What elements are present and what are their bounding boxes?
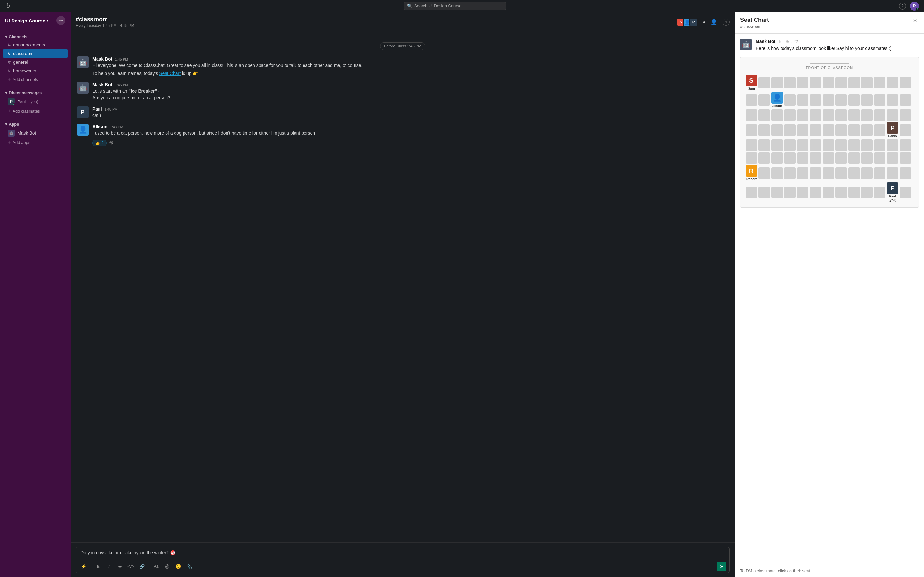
empty-seat[interactable] [848, 187, 860, 198]
empty-seat[interactable] [771, 109, 783, 121]
sidebar-item-homeworks[interactable]: # homeworks [3, 67, 68, 75]
empty-seat[interactable] [784, 167, 796, 179]
empty-seat[interactable] [810, 152, 821, 164]
empty-seat[interactable] [758, 124, 770, 136]
empty-seat[interactable] [900, 109, 911, 121]
empty-seat[interactable] [784, 187, 796, 198]
empty-seat[interactable] [848, 94, 860, 106]
seat-paul-(you)[interactable]: PPaul (you) [887, 182, 898, 202]
sidebar-item-classroom[interactable]: # classroom [3, 49, 68, 58]
empty-seat[interactable] [822, 77, 834, 89]
empty-seat[interactable] [835, 94, 847, 106]
empty-seat[interactable] [887, 167, 898, 179]
emoji-button[interactable]: 🙂 [174, 562, 183, 571]
empty-seat[interactable] [887, 139, 898, 151]
seat-alison[interactable]: 👤Alison [771, 92, 783, 108]
empty-seat[interactable] [758, 139, 770, 151]
empty-seat[interactable] [848, 152, 860, 164]
empty-seat[interactable] [771, 187, 783, 198]
empty-seat[interactable] [746, 94, 757, 106]
empty-seat[interactable] [784, 94, 796, 106]
add-channels-button[interactable]: + Add channels [3, 75, 68, 84]
empty-seat[interactable] [848, 109, 860, 121]
empty-seat[interactable] [784, 109, 796, 121]
empty-seat[interactable] [874, 167, 885, 179]
empty-seat[interactable] [835, 139, 847, 151]
user-avatar-top[interactable]: P [910, 2, 919, 11]
bold-button[interactable]: B [94, 562, 103, 571]
thumbs-up-reaction[interactable]: 👍 2 [92, 140, 107, 146]
empty-seat[interactable] [797, 94, 809, 106]
empty-seat[interactable] [784, 139, 796, 151]
help-icon[interactable]: ? [899, 3, 906, 10]
edit-button[interactable]: ✏ [57, 16, 65, 25]
empty-seat[interactable] [822, 152, 834, 164]
empty-seat[interactable] [784, 124, 796, 136]
empty-seat[interactable] [758, 187, 770, 198]
add-people-icon[interactable]: 👤 [709, 17, 719, 27]
empty-seat[interactable] [835, 124, 847, 136]
empty-seat[interactable] [835, 109, 847, 121]
sidebar-item-general[interactable]: # general [3, 58, 68, 66]
empty-seat[interactable] [758, 167, 770, 179]
empty-seat[interactable] [874, 77, 885, 89]
empty-seat[interactable] [861, 77, 873, 89]
empty-seat[interactable] [810, 139, 821, 151]
empty-seat[interactable] [900, 167, 911, 179]
empty-seat[interactable] [797, 139, 809, 151]
empty-seat[interactable] [784, 152, 796, 164]
empty-seat[interactable] [874, 124, 885, 136]
empty-seat[interactable] [861, 94, 873, 106]
search-bar[interactable]: 🔍 Search UI Design Course [404, 2, 506, 10]
empty-seat[interactable] [874, 152, 885, 164]
channels-header[interactable]: ▾ Channels [0, 34, 71, 40]
empty-seat[interactable] [900, 77, 911, 89]
empty-seat[interactable] [797, 167, 809, 179]
attach-button[interactable]: 📎 [184, 562, 194, 571]
lightning-button[interactable]: ⚡ [79, 562, 88, 571]
seat-pablo[interactable]: PPablo [887, 122, 898, 138]
apps-header[interactable]: ▾ Apps [0, 122, 71, 128]
empty-seat[interactable] [797, 77, 809, 89]
chat-input[interactable]: Do you guys like or dislike nyc in the w… [76, 547, 729, 560]
seat-sam[interactable]: SSam [746, 75, 757, 91]
add-clasmates-button[interactable]: + Add clasmates [3, 107, 68, 115]
empty-seat[interactable] [746, 187, 757, 198]
empty-seat[interactable] [900, 94, 911, 106]
empty-seat[interactable] [861, 152, 873, 164]
empty-seat[interactable] [758, 152, 770, 164]
empty-seat[interactable] [874, 109, 885, 121]
empty-seat[interactable] [746, 139, 757, 151]
empty-seat[interactable] [810, 167, 821, 179]
empty-seat[interactable] [771, 167, 783, 179]
empty-seat[interactable] [900, 152, 911, 164]
app-item-maskbot[interactable]: 🤖 Mask Bot [3, 128, 68, 138]
empty-seat[interactable] [797, 187, 809, 198]
empty-seat[interactable] [797, 124, 809, 136]
dm-header[interactable]: ▾ Direct messages [0, 90, 71, 97]
empty-seat[interactable] [900, 139, 911, 151]
link-button[interactable]: 🔗 [137, 562, 146, 571]
empty-seat[interactable] [861, 124, 873, 136]
empty-seat[interactable] [835, 187, 847, 198]
empty-seat[interactable] [771, 152, 783, 164]
empty-seat[interactable] [848, 77, 860, 89]
empty-seat[interactable] [822, 94, 834, 106]
empty-seat[interactable] [887, 152, 898, 164]
empty-seat[interactable] [835, 167, 847, 179]
empty-seat[interactable] [758, 94, 770, 106]
empty-seat[interactable] [771, 77, 783, 89]
font-button[interactable]: Aa [152, 562, 161, 571]
seat-robert[interactable]: RRobert [746, 165, 757, 181]
empty-seat[interactable] [784, 77, 796, 89]
empty-seat[interactable] [861, 109, 873, 121]
strikethrough-button[interactable]: S [115, 562, 124, 571]
empty-seat[interactable] [887, 109, 898, 121]
empty-seat[interactable] [771, 139, 783, 151]
dm-item-paul[interactable]: P Paul (you) [3, 97, 68, 106]
sidebar-item-announcements[interactable]: # announcements [3, 41, 68, 49]
history-icon[interactable]: ⏱ [5, 3, 11, 9]
empty-seat[interactable] [848, 167, 860, 179]
seat-chart-link[interactable]: Seat Chart [159, 71, 181, 76]
close-button[interactable]: × [911, 17, 919, 24]
